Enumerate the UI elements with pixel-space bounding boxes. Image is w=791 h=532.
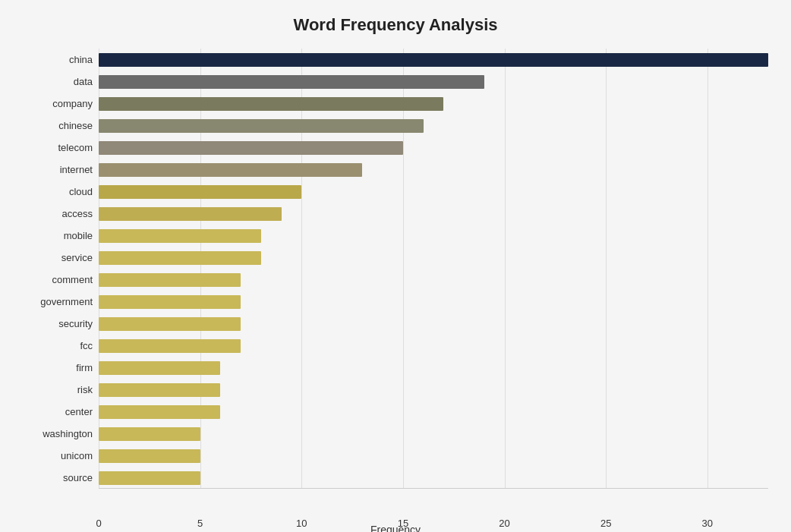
y-label-telecom: telecom (58, 143, 93, 153)
grid-line (403, 49, 404, 489)
bar-center (99, 405, 220, 419)
y-label-cloud: cloud (69, 187, 93, 197)
bar-firm (99, 361, 220, 375)
chart-title: Word Frequency Analysis (23, 15, 768, 35)
y-labels: chinadatacompanychinesetelecominternetcl… (23, 49, 99, 489)
x-axis-line (99, 488, 768, 489)
bar-government (99, 295, 241, 309)
bar-row-center (99, 404, 768, 420)
y-label-internet: internet (60, 165, 93, 175)
grid-line (301, 49, 302, 489)
bar-row-service (99, 250, 768, 266)
bar-row-data (99, 74, 768, 90)
y-label-government: government (40, 297, 93, 307)
bar-row-company (99, 96, 768, 112)
bar-cloud (99, 185, 301, 199)
bar-row-comment (99, 272, 768, 288)
y-label-source: source (63, 473, 93, 483)
bar-fcc (99, 339, 241, 353)
bar-data (99, 75, 484, 89)
bar-company (99, 97, 443, 111)
y-label-data: data (74, 77, 93, 87)
bar-row-firm (99, 360, 768, 376)
grid-line (707, 49, 708, 489)
y-label-chinese: chinese (58, 121, 93, 131)
bar-comment (99, 273, 241, 287)
y-label-access: access (62, 209, 93, 219)
grid-line (99, 49, 99, 489)
y-label-fcc: fcc (80, 341, 93, 351)
chart-area: chinadatacompanychinesetelecominternetcl… (23, 49, 768, 489)
bar-row-china (99, 52, 768, 68)
bar-row-government (99, 294, 768, 310)
y-label-service: service (61, 253, 93, 263)
grid-line (505, 49, 506, 489)
bar-row-internet (99, 162, 768, 178)
bar-row-telecom (99, 140, 768, 156)
y-label-security: security (58, 319, 93, 329)
bar-row-unicom (99, 448, 768, 464)
bar-row-access (99, 206, 768, 222)
y-label-mobile: mobile (64, 231, 93, 241)
bar-mobile (99, 229, 261, 243)
bar-service (99, 251, 261, 265)
bar-risk (99, 383, 220, 397)
y-label-risk: risk (77, 385, 93, 395)
grid-line (200, 49, 201, 489)
bar-chinese (99, 119, 424, 133)
chart-container: Word Frequency Analysis chinadatacompany… (0, 0, 791, 532)
grid-line (606, 49, 607, 489)
bar-access (99, 207, 282, 221)
bar-china (99, 53, 768, 67)
y-label-unicom: unicom (61, 451, 93, 461)
bar-telecom (99, 141, 403, 155)
bar-security (99, 317, 241, 331)
y-label-comment: comment (52, 275, 93, 285)
bar-row-security (99, 316, 768, 332)
bars-area (99, 49, 768, 489)
y-label-washington: washington (43, 429, 93, 439)
bar-row-fcc (99, 338, 768, 354)
bar-row-cloud (99, 184, 768, 200)
bar-row-chinese (99, 118, 768, 134)
y-label-firm: firm (76, 363, 93, 373)
bar-internet (99, 163, 362, 177)
bar-row-risk (99, 382, 768, 398)
bar-row-mobile (99, 228, 768, 244)
bar-row-washington (99, 426, 768, 442)
bar-row-source (99, 470, 768, 486)
y-label-company: company (52, 99, 93, 109)
bar-unicom (99, 449, 200, 463)
bar-source (99, 471, 200, 485)
y-label-china: china (69, 55, 93, 65)
bar-washington (99, 427, 200, 441)
y-label-center: center (65, 407, 93, 417)
x-axis-label: Frequency (23, 524, 768, 532)
